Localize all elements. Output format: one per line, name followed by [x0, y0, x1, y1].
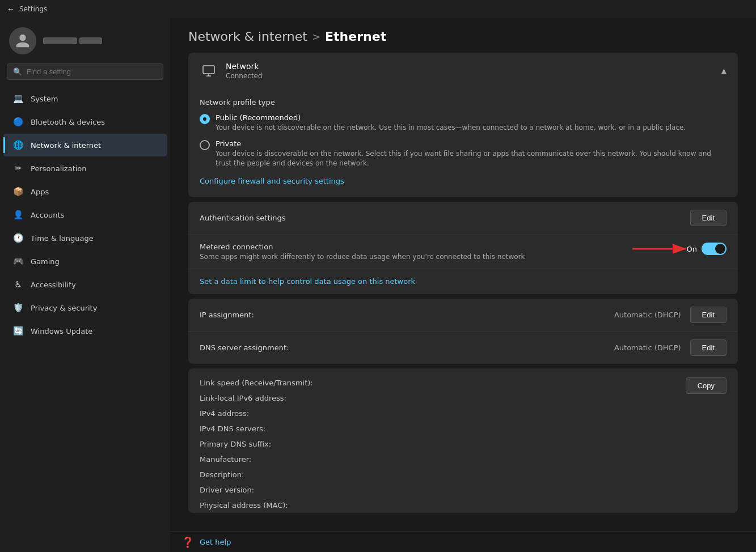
svg-rect-0	[203, 66, 214, 74]
network-icon	[200, 62, 218, 80]
info-header: Link speed (Receive/Transmit):Link-local…	[188, 368, 738, 513]
sidebar-item-system[interactable]: 💻 System	[3, 87, 167, 110]
info-row-0: Link speed (Receive/Transmit):	[200, 375, 313, 390]
auth-metered-card: Authentication settings Edit Metered con…	[188, 202, 738, 294]
dns-row-right: Automatic (DHCP) Edit	[614, 339, 727, 356]
nav-label-apps: Apps	[31, 188, 49, 196]
radio-public-circle	[200, 114, 210, 124]
copy-button[interactable]: Copy	[686, 377, 727, 394]
search-box[interactable]: 🔍	[7, 63, 163, 80]
dns-row: DNS server assignment: Automatic (DHCP) …	[188, 332, 738, 364]
nav-label-bluetooth: Bluetooth & devices	[31, 118, 105, 126]
nav-label-system: System	[31, 95, 58, 103]
user-icon	[15, 33, 31, 49]
sidebar-item-update[interactable]: 🔄 Windows Update	[3, 320, 167, 342]
ip-row-right: Automatic (DHCP) Edit	[614, 307, 727, 323]
radio-public-desc: Your device is not discoverable on the n…	[216, 123, 686, 133]
ip-row: IP assignment: Automatic (DHCP) Edit	[188, 299, 738, 332]
avatar	[9, 27, 36, 54]
back-button[interactable]: ←	[7, 5, 15, 14]
card-header-left: Network Connected	[200, 62, 263, 80]
nav-icon-personalization: ✏️	[12, 163, 24, 174]
info-row-7: Driver version:	[200, 482, 313, 498]
sidebar-item-apps[interactable]: 📦 Apps	[3, 180, 167, 203]
network-card: Network Connected ▲ Network profile type	[188, 53, 738, 197]
nav-label-time: Time & language	[31, 234, 94, 243]
help-icon: ❓	[181, 536, 194, 548]
nav-label-update: Windows Update	[31, 327, 92, 336]
info-row-2: IPv4 address:	[200, 406, 313, 421]
card-subtitle: Connected	[226, 72, 263, 80]
card-title: Network	[226, 62, 263, 71]
breadcrumb-current: Ethernet	[325, 29, 386, 44]
data-limit-link[interactable]: Set a data limit to help control data us…	[200, 277, 415, 286]
ip-value: Automatic (DHCP)	[614, 311, 681, 319]
search-icon: 🔍	[13, 67, 22, 76]
sidebar-item-gaming[interactable]: 🎮 Gaming	[3, 250, 167, 273]
profile-section-title: Network profile type	[200, 98, 727, 107]
nav-label-accounts: Accounts	[31, 211, 64, 219]
radio-public[interactable]: Public (Recommended) Your device is not …	[200, 113, 727, 133]
card-header[interactable]: Network Connected ▲	[188, 53, 738, 89]
auth-edit-button[interactable]: Edit	[690, 210, 727, 226]
metered-row: Metered connection Some apps might work …	[188, 235, 738, 269]
ip-dns-card: IP assignment: Automatic (DHCP) Edit DNS…	[188, 299, 738, 364]
titlebar: ← Settings	[0, 0, 756, 18]
titlebar-title: Settings	[19, 5, 47, 13]
nav-icon-accounts: 👤	[12, 209, 24, 220]
user-section	[0, 18, 170, 61]
help-text[interactable]: Get help	[200, 538, 231, 546]
nav-icon-privacy: 🛡️	[12, 302, 24, 313]
dns-value: Automatic (DHCP)	[614, 343, 681, 352]
info-row-3: IPv4 DNS servers:	[200, 421, 313, 436]
dns-edit-button[interactable]: Edit	[690, 339, 727, 356]
info-card: Link speed (Receive/Transmit):Link-local…	[188, 368, 738, 513]
metered-toggle[interactable]	[702, 243, 727, 255]
radio-private-label: Private	[216, 139, 727, 148]
nav-label-gaming: Gaming	[31, 257, 60, 266]
nav-label-privacy: Privacy & security	[31, 304, 97, 312]
sidebar-item-personalization[interactable]: ✏️ Personalization	[3, 157, 167, 180]
nav-icon-update: 🔄	[12, 325, 24, 337]
radio-private[interactable]: Private Your device is discoverable on t…	[200, 139, 727, 168]
sidebar-item-accounts[interactable]: 👤 Accounts	[3, 203, 167, 226]
info-row-4: Primary DNS suffix:	[200, 436, 313, 452]
nav-icon-system: 💻	[12, 93, 24, 104]
firewall-link[interactable]: Configure firewall and security settings	[200, 177, 344, 185]
sidebar-item-time[interactable]: 🕐 Time & language	[3, 227, 167, 249]
nav-icon-network: 🌐	[12, 139, 24, 151]
app-container: 🔍 💻 System 🔵 Bluetooth & devices 🌐 Netwo…	[0, 18, 756, 552]
bottom-bar: ❓ Get help	[170, 531, 756, 552]
sidebar-item-bluetooth[interactable]: 🔵 Bluetooth & devices	[3, 111, 167, 133]
info-row-6: Description:	[200, 467, 313, 482]
user-name-block	[43, 37, 102, 44]
nav-label-network: Network & internet	[31, 141, 101, 150]
metered-toggle-area: On	[687, 243, 727, 255]
nav-icon-accessibility: ♿	[12, 279, 24, 290]
nav-label-accessibility: Accessibility	[31, 281, 76, 289]
dns-label: DNS server assignment:	[200, 343, 289, 352]
ip-label: IP assignment:	[200, 311, 254, 319]
nav-label-personalization: Personalization	[31, 164, 87, 173]
nav-icon-bluetooth: 🔵	[12, 116, 24, 128]
nav-icon-gaming: 🎮	[12, 256, 24, 267]
nav-icon-apps: 📦	[12, 186, 24, 197]
user-name-bar2	[79, 37, 102, 44]
metered-text-block: Metered connection Some apps might work …	[200, 243, 525, 261]
info-row-5: Manufacturer:	[200, 452, 313, 467]
ip-edit-button[interactable]: Edit	[690, 307, 727, 323]
radio-public-label: Public (Recommended)	[216, 113, 686, 122]
sidebar-item-privacy[interactable]: 🛡️ Privacy & security	[3, 296, 167, 319]
user-name-bar1	[43, 37, 77, 44]
red-arrow-annotation	[632, 241, 695, 257]
auth-label: Authentication settings	[200, 214, 285, 222]
sidebar-item-accessibility[interactable]: ♿ Accessibility	[3, 273, 167, 296]
search-input[interactable]	[27, 67, 157, 76]
sidebar-item-network[interactable]: 🌐 Network & internet	[3, 134, 167, 156]
nav-list: 💻 System 🔵 Bluetooth & devices 🌐 Network…	[0, 87, 170, 343]
content-area: Network & internet > Ethernet	[170, 18, 756, 552]
breadcrumb-parent: Network & internet	[188, 29, 307, 44]
data-limit-row: Set a data limit to help control data us…	[188, 269, 738, 294]
breadcrumb-sep: >	[312, 31, 320, 43]
authentication-row: Authentication settings Edit	[188, 202, 738, 235]
